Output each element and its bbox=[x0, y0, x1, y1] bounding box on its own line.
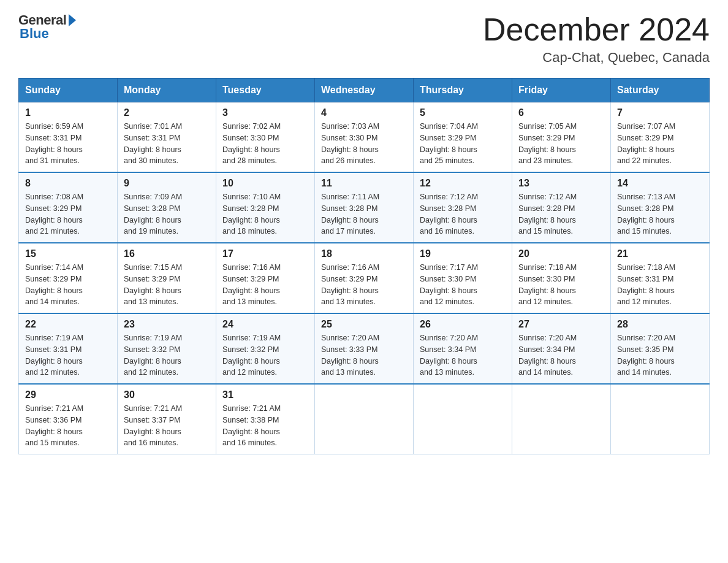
day-info: Sunrise: 7:03 AMSunset: 3:30 PMDaylight:… bbox=[321, 121, 407, 167]
calendar-cell-week3-day2: 17Sunrise: 7:16 AMSunset: 3:29 PMDayligh… bbox=[216, 243, 315, 313]
calendar-cell-week3-day3: 18Sunrise: 7:16 AMSunset: 3:29 PMDayligh… bbox=[315, 243, 414, 313]
calendar-cell-week4-day4: 26Sunrise: 7:20 AMSunset: 3:34 PMDayligh… bbox=[414, 313, 512, 384]
calendar-cell-week3-day4: 19Sunrise: 7:17 AMSunset: 3:30 PMDayligh… bbox=[414, 243, 512, 313]
calendar-cell-week2-day4: 12Sunrise: 7:12 AMSunset: 3:28 PMDayligh… bbox=[414, 172, 512, 243]
day-number: 11 bbox=[321, 178, 407, 189]
day-number: 6 bbox=[518, 107, 604, 118]
calendar-cell-week2-day1: 9Sunrise: 7:09 AMSunset: 3:28 PMDaylight… bbox=[118, 172, 216, 243]
day-info: Sunrise: 7:12 AMSunset: 3:28 PMDaylight:… bbox=[420, 191, 506, 237]
day-number: 30 bbox=[124, 389, 210, 400]
day-info: Sunrise: 7:17 AMSunset: 3:30 PMDaylight:… bbox=[420, 262, 506, 308]
day-info: Sunrise: 7:07 AMSunset: 3:29 PMDaylight:… bbox=[617, 121, 703, 167]
weekday-header-tuesday: Tuesday bbox=[216, 79, 315, 102]
day-number: 19 bbox=[420, 248, 506, 259]
calendar-week-row-5: 29Sunrise: 7:21 AMSunset: 3:36 PMDayligh… bbox=[19, 384, 710, 454]
day-info: Sunrise: 7:19 AMSunset: 3:32 PMDaylight:… bbox=[124, 332, 210, 378]
day-info: Sunrise: 6:59 AMSunset: 3:31 PMDaylight:… bbox=[25, 121, 111, 167]
calendar-cell-week5-day3 bbox=[315, 384, 414, 454]
day-number: 4 bbox=[321, 107, 407, 118]
calendar-cell-week4-day3: 25Sunrise: 7:20 AMSunset: 3:33 PMDayligh… bbox=[315, 313, 414, 384]
calendar-cell-week4-day5: 27Sunrise: 7:20 AMSunset: 3:34 PMDayligh… bbox=[512, 313, 611, 384]
calendar-cell-week3-day0: 15Sunrise: 7:14 AMSunset: 3:29 PMDayligh… bbox=[19, 243, 118, 313]
calendar-week-row-2: 8Sunrise: 7:08 AMSunset: 3:29 PMDaylight… bbox=[19, 172, 710, 243]
weekday-header-monday: Monday bbox=[118, 79, 216, 102]
calendar-cell-week5-day0: 29Sunrise: 7:21 AMSunset: 3:36 PMDayligh… bbox=[19, 384, 118, 454]
logo-blue-text: Blue bbox=[20, 26, 49, 42]
calendar-cell-week1-day0: 1Sunrise: 6:59 AMSunset: 3:31 PMDaylight… bbox=[19, 102, 118, 173]
day-number: 2 bbox=[124, 107, 210, 118]
title-block: December 2024 Cap-Chat, Quebec, Canada bbox=[483, 12, 710, 66]
weekday-header-saturday: Saturday bbox=[611, 79, 710, 102]
calendar-week-row-3: 15Sunrise: 7:14 AMSunset: 3:29 PMDayligh… bbox=[19, 243, 710, 313]
calendar-cell-week2-day2: 10Sunrise: 7:10 AMSunset: 3:28 PMDayligh… bbox=[216, 172, 315, 243]
calendar-cell-week2-day0: 8Sunrise: 7:08 AMSunset: 3:29 PMDaylight… bbox=[19, 172, 118, 243]
day-info: Sunrise: 7:19 AMSunset: 3:31 PMDaylight:… bbox=[25, 332, 111, 378]
day-number: 31 bbox=[222, 389, 308, 400]
day-number: 28 bbox=[617, 319, 703, 330]
calendar-cell-week1-day1: 2Sunrise: 7:01 AMSunset: 3:31 PMDaylight… bbox=[118, 102, 216, 173]
day-number: 18 bbox=[321, 248, 407, 259]
day-info: Sunrise: 7:20 AMSunset: 3:34 PMDaylight:… bbox=[420, 332, 506, 378]
calendar-cell-week5-day1: 30Sunrise: 7:21 AMSunset: 3:37 PMDayligh… bbox=[118, 384, 216, 454]
day-info: Sunrise: 7:14 AMSunset: 3:29 PMDaylight:… bbox=[25, 262, 111, 308]
calendar-cell-week1-day3: 4Sunrise: 7:03 AMSunset: 3:30 PMDaylight… bbox=[315, 102, 414, 173]
calendar-cell-week1-day6: 7Sunrise: 7:07 AMSunset: 3:29 PMDaylight… bbox=[611, 102, 710, 173]
calendar-cell-week1-day4: 5Sunrise: 7:04 AMSunset: 3:29 PMDaylight… bbox=[414, 102, 512, 173]
calendar-cell-week3-day1: 16Sunrise: 7:15 AMSunset: 3:29 PMDayligh… bbox=[118, 243, 216, 313]
day-info: Sunrise: 7:02 AMSunset: 3:30 PMDaylight:… bbox=[222, 121, 308, 167]
day-info: Sunrise: 7:15 AMSunset: 3:29 PMDaylight:… bbox=[124, 262, 210, 308]
weekday-header-wednesday: Wednesday bbox=[315, 79, 414, 102]
calendar-cell-week5-day6 bbox=[611, 384, 710, 454]
day-info: Sunrise: 7:04 AMSunset: 3:29 PMDaylight:… bbox=[420, 121, 506, 167]
day-number: 9 bbox=[124, 178, 210, 189]
day-number: 23 bbox=[124, 319, 210, 330]
day-info: Sunrise: 7:18 AMSunset: 3:30 PMDaylight:… bbox=[518, 262, 604, 308]
day-number: 12 bbox=[420, 178, 506, 189]
day-number: 25 bbox=[321, 319, 407, 330]
day-number: 15 bbox=[25, 248, 111, 259]
calendar-week-row-4: 22Sunrise: 7:19 AMSunset: 3:31 PMDayligh… bbox=[19, 313, 710, 384]
location-title: Cap-Chat, Quebec, Canada bbox=[483, 50, 710, 66]
day-info: Sunrise: 7:09 AMSunset: 3:28 PMDaylight:… bbox=[124, 191, 210, 237]
weekday-header-row: SundayMondayTuesdayWednesdayThursdayFrid… bbox=[19, 79, 710, 102]
day-number: 20 bbox=[518, 248, 604, 259]
logo: General Blue bbox=[18, 12, 76, 42]
calendar-cell-week2-day3: 11Sunrise: 7:11 AMSunset: 3:28 PMDayligh… bbox=[315, 172, 414, 243]
calendar-cell-week2-day5: 13Sunrise: 7:12 AMSunset: 3:28 PMDayligh… bbox=[512, 172, 611, 243]
calendar-cell-week4-day0: 22Sunrise: 7:19 AMSunset: 3:31 PMDayligh… bbox=[19, 313, 118, 384]
day-info: Sunrise: 7:16 AMSunset: 3:29 PMDaylight:… bbox=[321, 262, 407, 308]
weekday-header-sunday: Sunday bbox=[19, 79, 118, 102]
calendar-cell-week2-day6: 14Sunrise: 7:13 AMSunset: 3:28 PMDayligh… bbox=[611, 172, 710, 243]
day-number: 8 bbox=[25, 178, 111, 189]
day-number: 17 bbox=[222, 248, 308, 259]
day-number: 13 bbox=[518, 178, 604, 189]
month-title: December 2024 bbox=[483, 12, 710, 47]
day-info: Sunrise: 7:21 AMSunset: 3:36 PMDaylight:… bbox=[25, 403, 111, 449]
day-info: Sunrise: 7:20 AMSunset: 3:35 PMDaylight:… bbox=[617, 332, 703, 378]
day-number: 7 bbox=[617, 107, 703, 118]
day-number: 27 bbox=[518, 319, 604, 330]
day-number: 16 bbox=[124, 248, 210, 259]
day-number: 21 bbox=[617, 248, 703, 259]
calendar-cell-week4-day6: 28Sunrise: 7:20 AMSunset: 3:35 PMDayligh… bbox=[611, 313, 710, 384]
day-info: Sunrise: 7:19 AMSunset: 3:32 PMDaylight:… bbox=[222, 332, 308, 378]
day-info: Sunrise: 7:05 AMSunset: 3:29 PMDaylight:… bbox=[518, 121, 604, 167]
day-info: Sunrise: 7:21 AMSunset: 3:37 PMDaylight:… bbox=[124, 403, 210, 449]
calendar-cell-week4-day2: 24Sunrise: 7:19 AMSunset: 3:32 PMDayligh… bbox=[216, 313, 315, 384]
day-number: 29 bbox=[25, 389, 111, 400]
day-info: Sunrise: 7:12 AMSunset: 3:28 PMDaylight:… bbox=[518, 191, 604, 237]
day-number: 3 bbox=[222, 107, 308, 118]
day-info: Sunrise: 7:18 AMSunset: 3:31 PMDaylight:… bbox=[617, 262, 703, 308]
day-number: 26 bbox=[420, 319, 506, 330]
day-info: Sunrise: 7:08 AMSunset: 3:29 PMDaylight:… bbox=[25, 191, 111, 237]
day-info: Sunrise: 7:16 AMSunset: 3:29 PMDaylight:… bbox=[222, 262, 308, 308]
calendar-cell-week4-day1: 23Sunrise: 7:19 AMSunset: 3:32 PMDayligh… bbox=[118, 313, 216, 384]
day-info: Sunrise: 7:11 AMSunset: 3:28 PMDaylight:… bbox=[321, 191, 407, 237]
calendar-cell-week5-day2: 31Sunrise: 7:21 AMSunset: 3:38 PMDayligh… bbox=[216, 384, 315, 454]
day-info: Sunrise: 7:21 AMSunset: 3:38 PMDaylight:… bbox=[222, 403, 308, 449]
day-number: 24 bbox=[222, 319, 308, 330]
day-info: Sunrise: 7:01 AMSunset: 3:31 PMDaylight:… bbox=[124, 121, 210, 167]
day-number: 22 bbox=[25, 319, 111, 330]
page-header: General Blue December 2024 Cap-Chat, Que… bbox=[18, 12, 710, 66]
day-number: 10 bbox=[222, 178, 308, 189]
